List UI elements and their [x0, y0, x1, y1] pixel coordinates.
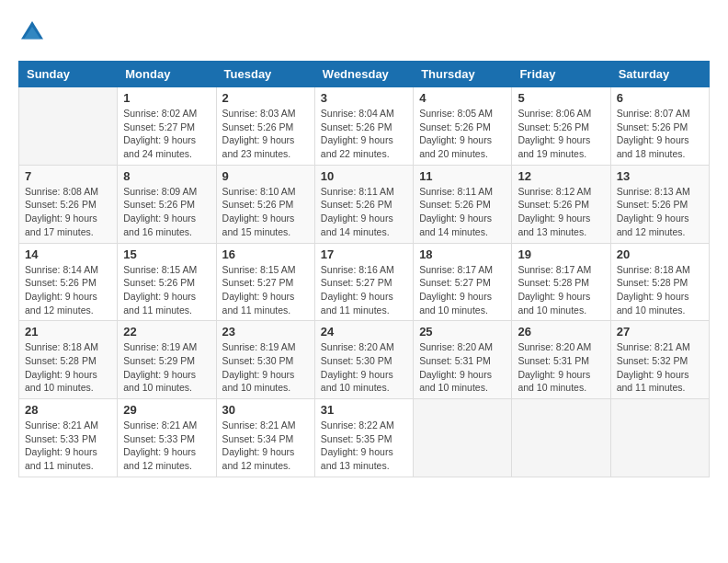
day-number: 12	[518, 169, 604, 183]
calendar-cell	[512, 399, 610, 477]
day-info: Sunrise: 8:21 AM Sunset: 5:34 PM Dayligh…	[222, 419, 309, 473]
day-info: Sunrise: 8:02 AM Sunset: 5:27 PM Dayligh…	[123, 107, 210, 161]
calendar-cell: 20Sunrise: 8:18 AM Sunset: 5:28 PM Dayli…	[610, 243, 709, 321]
day-info: Sunrise: 8:21 AM Sunset: 5:33 PM Dayligh…	[25, 419, 111, 473]
calendar-cell: 2Sunrise: 8:03 AM Sunset: 5:26 PM Daylig…	[216, 87, 314, 166]
page-header	[18, 18, 710, 46]
day-number: 21	[25, 325, 111, 339]
day-info: Sunrise: 8:20 AM Sunset: 5:31 PM Dayligh…	[518, 340, 604, 395]
calendar-cell: 9Sunrise: 8:10 AM Sunset: 5:26 PM Daylig…	[216, 165, 314, 243]
calendar-body: 1Sunrise: 8:02 AM Sunset: 5:27 PM Daylig…	[19, 87, 710, 477]
day-number: 10	[321, 169, 407, 183]
calendar-cell: 4Sunrise: 8:05 AM Sunset: 5:26 PM Daylig…	[414, 87, 512, 166]
day-info: Sunrise: 8:21 AM Sunset: 5:33 PM Dayligh…	[123, 419, 210, 473]
calendar-header-row: Sunday Monday Tuesday Wednesday Thursday…	[19, 62, 710, 87]
calendar-cell: 16Sunrise: 8:15 AM Sunset: 5:27 PM Dayli…	[216, 243, 314, 321]
day-number: 17	[321, 247, 407, 261]
logo-icon	[18, 18, 46, 46]
calendar-cell: 23Sunrise: 8:19 AM Sunset: 5:30 PM Dayli…	[216, 321, 314, 399]
calendar-cell: 30Sunrise: 8:21 AM Sunset: 5:34 PM Dayli…	[216, 399, 314, 477]
col-thursday: Thursday	[414, 62, 512, 87]
day-number: 9	[222, 169, 309, 183]
col-saturday: Saturday	[610, 62, 709, 87]
day-info: Sunrise: 8:17 AM Sunset: 5:27 PM Dayligh…	[419, 263, 506, 317]
calendar-cell	[610, 399, 709, 477]
day-number: 24	[321, 325, 407, 339]
day-info: Sunrise: 8:16 AM Sunset: 5:27 PM Dayligh…	[321, 263, 407, 317]
day-number: 28	[25, 403, 111, 417]
col-wednesday: Wednesday	[314, 62, 413, 87]
day-info: Sunrise: 8:05 AM Sunset: 5:26 PM Dayligh…	[419, 107, 506, 161]
calendar-week-row: 1Sunrise: 8:02 AM Sunset: 5:27 PM Daylig…	[19, 87, 710, 166]
day-number: 31	[321, 403, 407, 417]
day-number: 13	[617, 169, 703, 183]
day-info: Sunrise: 8:09 AM Sunset: 5:26 PM Dayligh…	[123, 185, 210, 239]
day-number: 11	[419, 169, 506, 183]
calendar-cell: 29Sunrise: 8:21 AM Sunset: 5:33 PM Dayli…	[118, 399, 216, 477]
calendar-cell: 14Sunrise: 8:14 AM Sunset: 5:26 PM Dayli…	[19, 243, 118, 321]
day-number: 25	[419, 325, 506, 339]
day-info: Sunrise: 8:12 AM Sunset: 5:26 PM Dayligh…	[518, 185, 604, 239]
calendar-cell: 31Sunrise: 8:22 AM Sunset: 5:35 PM Dayli…	[314, 399, 413, 477]
calendar-cell: 19Sunrise: 8:17 AM Sunset: 5:28 PM Dayli…	[512, 243, 610, 321]
day-info: Sunrise: 8:14 AM Sunset: 5:26 PM Dayligh…	[25, 263, 111, 317]
day-info: Sunrise: 8:03 AM Sunset: 5:26 PM Dayligh…	[222, 107, 309, 161]
day-number: 3	[321, 91, 407, 105]
day-number: 2	[222, 91, 309, 105]
day-info: Sunrise: 8:11 AM Sunset: 5:26 PM Dayligh…	[419, 185, 506, 239]
day-info: Sunrise: 8:15 AM Sunset: 5:27 PM Dayligh…	[222, 263, 309, 317]
calendar-cell: 5Sunrise: 8:06 AM Sunset: 5:26 PM Daylig…	[512, 87, 610, 166]
calendar-cell: 24Sunrise: 8:20 AM Sunset: 5:30 PM Dayli…	[314, 321, 413, 399]
calendar-cell: 13Sunrise: 8:13 AM Sunset: 5:26 PM Dayli…	[610, 165, 709, 243]
day-info: Sunrise: 8:07 AM Sunset: 5:26 PM Dayligh…	[617, 107, 703, 161]
calendar-cell: 27Sunrise: 8:21 AM Sunset: 5:32 PM Dayli…	[610, 321, 709, 399]
day-number: 27	[617, 325, 703, 339]
day-number: 7	[25, 169, 111, 183]
day-info: Sunrise: 8:17 AM Sunset: 5:28 PM Dayligh…	[518, 263, 604, 317]
calendar-week-row: 28Sunrise: 8:21 AM Sunset: 5:33 PM Dayli…	[19, 399, 710, 477]
calendar-week-row: 21Sunrise: 8:18 AM Sunset: 5:28 PM Dayli…	[19, 321, 710, 399]
day-info: Sunrise: 8:08 AM Sunset: 5:26 PM Dayligh…	[25, 185, 111, 239]
day-number: 15	[123, 247, 210, 261]
day-info: Sunrise: 8:19 AM Sunset: 5:30 PM Dayligh…	[222, 340, 309, 395]
day-number: 6	[617, 91, 703, 105]
day-info: Sunrise: 8:18 AM Sunset: 5:28 PM Dayligh…	[25, 340, 111, 395]
day-info: Sunrise: 8:18 AM Sunset: 5:28 PM Dayligh…	[617, 263, 703, 317]
calendar-cell: 3Sunrise: 8:04 AM Sunset: 5:26 PM Daylig…	[314, 87, 413, 166]
day-number: 23	[222, 325, 309, 339]
calendar-cell: 11Sunrise: 8:11 AM Sunset: 5:26 PM Dayli…	[414, 165, 512, 243]
calendar-cell: 15Sunrise: 8:15 AM Sunset: 5:26 PM Dayli…	[118, 243, 216, 321]
day-number: 26	[518, 325, 604, 339]
calendar-cell: 7Sunrise: 8:08 AM Sunset: 5:26 PM Daylig…	[19, 165, 118, 243]
day-number: 18	[419, 247, 506, 261]
col-tuesday: Tuesday	[216, 62, 314, 87]
day-info: Sunrise: 8:15 AM Sunset: 5:26 PM Dayligh…	[123, 263, 210, 317]
day-info: Sunrise: 8:21 AM Sunset: 5:32 PM Dayligh…	[617, 340, 703, 395]
calendar-cell: 1Sunrise: 8:02 AM Sunset: 5:27 PM Daylig…	[118, 87, 216, 166]
calendar-cell: 17Sunrise: 8:16 AM Sunset: 5:27 PM Dayli…	[314, 243, 413, 321]
day-info: Sunrise: 8:11 AM Sunset: 5:26 PM Dayligh…	[321, 185, 407, 239]
day-number: 14	[25, 247, 111, 261]
day-info: Sunrise: 8:20 AM Sunset: 5:31 PM Dayligh…	[419, 340, 506, 395]
col-monday: Monday	[118, 62, 216, 87]
calendar-table: Sunday Monday Tuesday Wednesday Thursday…	[18, 61, 710, 477]
calendar-cell	[414, 399, 512, 477]
day-info: Sunrise: 8:20 AM Sunset: 5:30 PM Dayligh…	[321, 340, 407, 395]
day-number: 1	[123, 91, 210, 105]
day-number: 4	[419, 91, 506, 105]
day-info: Sunrise: 8:13 AM Sunset: 5:26 PM Dayligh…	[617, 185, 703, 239]
calendar-cell: 18Sunrise: 8:17 AM Sunset: 5:27 PM Dayli…	[414, 243, 512, 321]
day-number: 22	[123, 325, 210, 339]
logo	[18, 18, 48, 46]
calendar-cell: 26Sunrise: 8:20 AM Sunset: 5:31 PM Dayli…	[512, 321, 610, 399]
day-number: 29	[123, 403, 210, 417]
day-info: Sunrise: 8:19 AM Sunset: 5:29 PM Dayligh…	[123, 340, 210, 395]
day-info: Sunrise: 8:04 AM Sunset: 5:26 PM Dayligh…	[321, 107, 407, 161]
calendar-cell: 25Sunrise: 8:20 AM Sunset: 5:31 PM Dayli…	[414, 321, 512, 399]
day-number: 19	[518, 247, 604, 261]
col-friday: Friday	[512, 62, 610, 87]
day-number: 5	[518, 91, 604, 105]
col-sunday: Sunday	[19, 62, 118, 87]
calendar-week-row: 14Sunrise: 8:14 AM Sunset: 5:26 PM Dayli…	[19, 243, 710, 321]
calendar-cell: 8Sunrise: 8:09 AM Sunset: 5:26 PM Daylig…	[118, 165, 216, 243]
